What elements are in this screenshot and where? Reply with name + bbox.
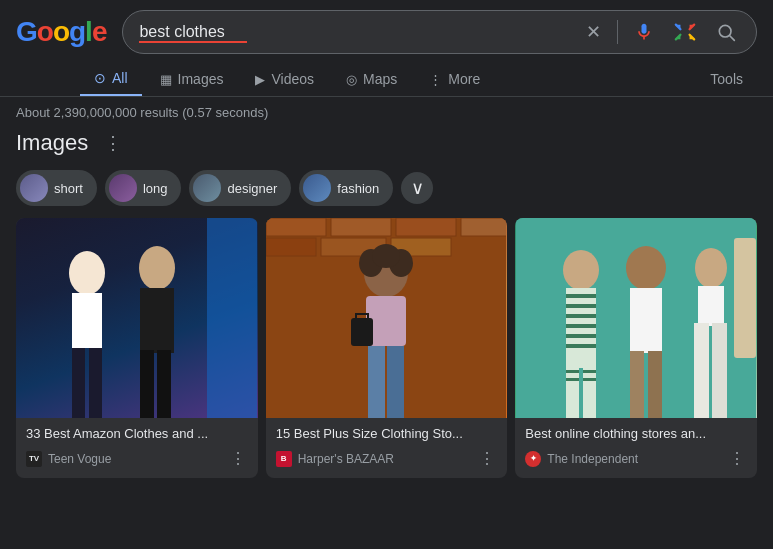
three-dots-icon: ⋮: [104, 132, 122, 154]
svg-line-1: [730, 36, 735, 41]
image-svg-2: [266, 218, 506, 418]
chip-designer-avatar: [193, 174, 221, 202]
svg-rect-48: [698, 286, 724, 326]
svg-rect-46: [648, 351, 662, 418]
nav-item-all[interactable]: ⊙ All: [80, 62, 142, 96]
nav-label-more: More: [448, 71, 480, 87]
more-vert-icon-3: ⋮: [729, 449, 745, 468]
videos-icon: ▶: [255, 72, 265, 87]
svg-rect-12: [266, 218, 326, 236]
search-icons: ✕: [582, 17, 740, 47]
nav-label-videos: Videos: [271, 71, 314, 87]
search-underline: [139, 41, 247, 43]
nav: ⊙ All ▦ Images ▶ Videos ◎ Maps ⋮ More To…: [0, 54, 773, 97]
image-svg-1: [17, 218, 257, 418]
image-source-3: ✦ The Independent ⋮: [525, 447, 747, 470]
nav-label-maps: Maps: [363, 71, 397, 87]
svg-rect-50: [712, 323, 727, 418]
nav-item-images[interactable]: ▦ Images: [146, 63, 238, 95]
search-bar[interactable]: best clothes ✕: [122, 10, 757, 54]
svg-rect-35: [566, 334, 596, 338]
lens-button[interactable]: [670, 17, 700, 47]
svg-rect-26: [368, 346, 385, 418]
tools-label: Tools: [710, 71, 743, 87]
source-name-2: Harper's BAZAAR: [298, 452, 472, 466]
clear-button[interactable]: ✕: [582, 17, 605, 47]
image-info-2: 15 Best Plus Size Clothing Sto... B Harp…: [266, 418, 508, 478]
chip-long-label: long: [143, 181, 168, 196]
chip-short-label: short: [54, 181, 83, 196]
source-name-3: The Independent: [547, 452, 721, 466]
image-card-2[interactable]: 15 Best Plus Size Clothing Sto... B Harp…: [266, 218, 508, 478]
logo-g: G: [16, 16, 37, 47]
source-name-1: Teen Vogue: [48, 452, 222, 466]
nav-item-more[interactable]: ⋮ More: [415, 63, 494, 95]
more-vert-icon-2: ⋮: [479, 449, 495, 468]
search-icon: [716, 22, 736, 42]
logo-o2: o: [53, 16, 69, 47]
images-icon: ▦: [160, 72, 172, 87]
chevron-down-icon: ∨: [411, 177, 424, 199]
results-count: About 2,390,000,000 results (0.57 second…: [16, 105, 268, 120]
svg-point-29: [563, 250, 599, 290]
logo-g2: g: [69, 16, 85, 47]
svg-rect-27: [387, 346, 404, 418]
nav-label-all: All: [112, 70, 128, 86]
images-more-options-button[interactable]: ⋮: [100, 128, 126, 158]
mic-icon: [634, 22, 654, 42]
chip-short-avatar: [20, 174, 48, 202]
expand-chips-button[interactable]: ∨: [401, 172, 433, 204]
search-input[interactable]: best clothes: [139, 23, 582, 41]
nav-item-maps[interactable]: ◎ Maps: [332, 63, 411, 95]
svg-rect-33: [566, 314, 596, 318]
source-more-button-1[interactable]: ⋮: [228, 447, 248, 470]
image-svg-3: [516, 218, 756, 418]
all-icon: ⊙: [94, 70, 106, 86]
svg-rect-5: [89, 348, 102, 418]
image-source-1: TV Teen Vogue ⋮: [26, 447, 248, 470]
image-source-2: B Harper's BAZAAR ⋮: [276, 447, 498, 470]
svg-point-43: [626, 246, 666, 290]
svg-rect-15: [461, 218, 506, 236]
chip-short[interactable]: short: [16, 170, 97, 206]
svg-rect-10: [207, 218, 257, 418]
chip-long-avatar: [109, 174, 137, 202]
source-favicon-1: TV: [26, 451, 42, 467]
svg-rect-38: [583, 366, 596, 418]
chip-long[interactable]: long: [105, 170, 182, 206]
source-more-button-3[interactable]: ⋮: [727, 447, 747, 470]
image-card-1[interactable]: 33 Best Amazon Clothes and ... TV Teen V…: [16, 218, 258, 478]
source-favicon-2: B: [276, 451, 292, 467]
more-dots-icon: ⋮: [429, 72, 442, 87]
image-info-1: 33 Best Amazon Clothes and ... TV Teen V…: [16, 418, 258, 478]
tools-button[interactable]: Tools: [696, 63, 757, 95]
svg-rect-49: [694, 323, 709, 418]
svg-rect-13: [331, 218, 391, 236]
svg-rect-41: [583, 370, 596, 373]
search-button[interactable]: [712, 18, 740, 46]
svg-point-2: [69, 251, 105, 295]
svg-rect-51: [734, 238, 756, 358]
images-title: Images: [16, 130, 88, 156]
filter-chips: short long designer fashion ∨: [16, 170, 757, 206]
chip-designer[interactable]: designer: [189, 170, 291, 206]
nav-item-videos[interactable]: ▶ Videos: [241, 63, 328, 95]
svg-rect-14: [396, 218, 456, 236]
image-card-3[interactable]: Best online clothing stores an... ✦ The …: [515, 218, 757, 478]
svg-rect-8: [140, 350, 154, 418]
source-more-button-2[interactable]: ⋮: [477, 447, 497, 470]
source-favicon-3: ✦: [525, 451, 541, 467]
nav-label-images: Images: [178, 71, 224, 87]
divider: [617, 20, 618, 44]
image-info-3: Best online clothing stores an... ✦ The …: [515, 418, 757, 478]
image-grid: 33 Best Amazon Clothes and ... TV Teen V…: [16, 218, 757, 478]
chip-fashion[interactable]: fashion: [299, 170, 393, 206]
chip-designer-label: designer: [227, 181, 277, 196]
svg-rect-40: [566, 378, 579, 381]
more-vert-icon-1: ⋮: [230, 449, 246, 468]
svg-rect-39: [566, 370, 579, 373]
voice-search-button[interactable]: [630, 18, 658, 46]
header: Google best clothes ✕: [0, 0, 773, 54]
clear-icon: ✕: [586, 21, 601, 43]
logo-o1: o: [37, 16, 53, 47]
